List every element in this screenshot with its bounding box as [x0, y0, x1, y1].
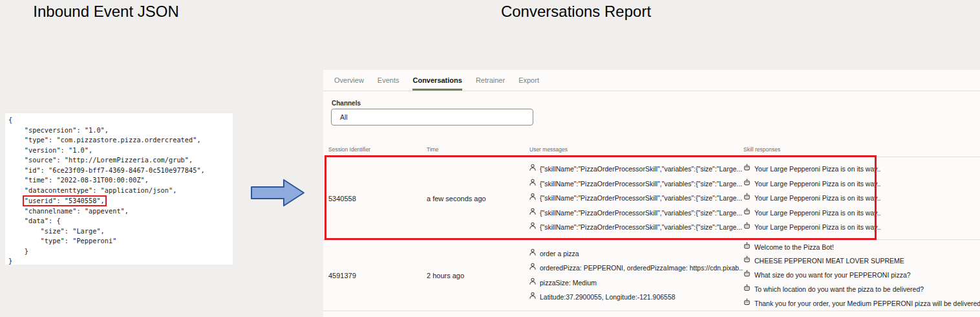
user-icon — [529, 246, 536, 261]
tab-overview[interactable]: Overview — [334, 76, 364, 91]
skill-response-text: To which location do you want the pizza … — [754, 282, 924, 296]
skill-response: To which location do you want the pizza … — [743, 282, 980, 296]
user-icon — [529, 261, 536, 276]
skill-response-text: Your Large Pepperoni Pizza is on its way… — [754, 191, 881, 206]
bot-icon — [743, 220, 751, 235]
skill-response: Your Large Pepperoni Pizza is on its way… — [743, 220, 980, 235]
conversation-row-5340558[interactable]: 5340558a few seconds ago{"skillName":"Pi… — [323, 157, 980, 239]
bot-icon — [743, 177, 751, 191]
user-message: {"skillName":"PizzaOrderProcessorSkill",… — [529, 191, 743, 206]
arrow-right-icon — [251, 179, 305, 207]
bot-icon — [743, 282, 751, 296]
bot-icon — [743, 240, 751, 254]
report-tabs: OverviewEventsConversationsRetrainerExpo… — [323, 70, 980, 91]
user-message-text: {"skillName":"PizzaOrderProcessorSkill",… — [540, 191, 742, 206]
column-header-skill-responses: Skill responses — [743, 146, 980, 153]
user-message-text: order a pizza — [540, 246, 579, 261]
user-message-text: {"skillName":"PizzaOrderProcessorSkill",… — [540, 206, 742, 221]
user-messages-cell: {"skillName":"PizzaOrderProcessorSkill",… — [529, 157, 743, 239]
skill-response-text: Welcome to the Pizza Bot! — [754, 240, 834, 254]
bot-icon — [743, 296, 751, 311]
session-identifier: 4591379 — [323, 240, 427, 311]
skill-response-text: CHEESE PEPPERONI MEAT LOVER SUPREME — [754, 254, 904, 268]
user-icon — [529, 206, 536, 221]
session-time: 2 hours ago — [427, 240, 529, 311]
user-message: orderedPizza: PEPPERONI, orderedPizzaIma… — [529, 261, 743, 276]
user-icon — [529, 276, 536, 290]
table-header-row: Session IdentifierTimeUser messagesSkill… — [323, 142, 980, 157]
user-message: {"skillName":"PizzaOrderProcessorSkill",… — [529, 177, 743, 191]
skill-response: What size do you want for your PEPPERONI… — [743, 268, 980, 283]
table-body: 5340558a few seconds ago{"skillName":"Pi… — [323, 157, 980, 311]
tab-retrainer[interactable]: Retrainer — [476, 76, 505, 91]
channels-selected-value: All — [340, 113, 348, 121]
skill-response: Welcome to the Pizza Bot! — [743, 240, 980, 254]
skill-response-text: What size do you want for your PEPPERONI… — [754, 268, 911, 283]
user-message-text: pizzaSize: Medium — [540, 276, 597, 290]
skill-response: Your Large Pepperoni Pizza is on its way… — [743, 191, 980, 206]
skill-response-text: Your Large Pepperoni Pizza is on its way… — [754, 162, 881, 177]
user-message: {"skillName":"PizzaOrderProcessorSkill",… — [529, 206, 743, 221]
user-message-text: {"skillName":"PizzaOrderProcessorSkill",… — [540, 162, 742, 177]
column-header-session-identifier: Session Identifier — [323, 146, 427, 153]
user-message: {"skillName":"PizzaOrderProcessorSkill",… — [529, 162, 743, 177]
tab-conversations[interactable]: Conversations — [412, 76, 462, 91]
skill-responses-cell: Your Large Pepperoni Pizza is on its way… — [743, 157, 980, 239]
skill-response: Your Large Pepperoni Pizza is on its way… — [743, 177, 980, 191]
json-code: { "specversion": "1.0", "type": "com.piz… — [5, 113, 233, 267]
user-icon — [529, 191, 536, 206]
user-message-text: {"skillName":"PizzaOrderProcessorSkill",… — [540, 220, 742, 235]
left-title: Inbound Event JSON — [33, 3, 178, 21]
user-message-text: {"skillName":"PizzaOrderProcessorSkill",… — [540, 177, 742, 191]
skill-response: CHEESE PEPPERONI MEAT LOVER SUPREME — [743, 254, 980, 268]
userid-highlight-box: "userid": "5340558", — [23, 195, 107, 206]
conversation-row-4591379[interactable]: 45913792 hours agoorder a pizzaorderedPi… — [323, 239, 980, 311]
user-message: {"skillName":"PizzaOrderProcessorSkill",… — [529, 220, 743, 235]
column-header-user-messages: User messages — [529, 146, 743, 153]
skill-response-text: Your Large Pepperoni Pizza is on its way… — [754, 177, 881, 191]
user-message: order a pizza — [529, 246, 743, 261]
bot-icon — [743, 268, 751, 283]
session-identifier: 5340558 — [323, 157, 427, 239]
user-message-text: orderedPizza: PEPPERONI, orderedPizzaIma… — [540, 261, 743, 276]
tab-events[interactable]: Events — [378, 76, 399, 91]
bot-icon — [743, 206, 751, 221]
user-message: pizzaSize: Medium — [529, 276, 743, 290]
user-icon — [529, 162, 536, 177]
skill-response: Thank you for your order, your Medium PE… — [743, 296, 980, 311]
session-time: a few seconds ago — [427, 157, 529, 239]
user-icon — [529, 220, 536, 235]
right-title: Conversations Report — [501, 3, 651, 21]
user-message: Latitude:37.2900055, Longitude:-121.9065… — [529, 290, 743, 305]
channels-label: Channels — [332, 100, 361, 107]
skill-response-text: Your Large Pepperoni Pizza is on its way… — [754, 220, 881, 235]
user-message-text: Latitude:37.2900055, Longitude:-121.9065… — [540, 290, 676, 305]
user-icon — [529, 177, 536, 191]
user-icon — [529, 290, 536, 305]
skill-response-text: Your Large Pepperoni Pizza is on its way… — [754, 206, 881, 221]
bot-icon — [743, 162, 751, 177]
bot-icon — [743, 191, 751, 206]
skill-response: Your Large Pepperoni Pizza is on its way… — [743, 206, 980, 221]
channels-select[interactable]: All — [331, 109, 533, 126]
skill-responses-cell: Welcome to the Pizza Bot!CHEESE PEPPERON… — [743, 240, 980, 311]
skill-response-text: Thank you for your order, your Medium PE… — [754, 296, 980, 311]
column-header-time: Time — [427, 146, 529, 153]
json-panel: { "specversion": "1.0", "type": "com.piz… — [5, 113, 233, 265]
tab-export[interactable]: Export — [518, 76, 539, 91]
user-messages-cell: order a pizzaorderedPizza: PEPPERONI, or… — [529, 240, 743, 311]
conversations-report-panel: OverviewEventsConversationsRetrainerExpo… — [323, 70, 980, 317]
skill-response: Your Large Pepperoni Pizza is on its way… — [743, 162, 980, 177]
bot-icon — [743, 254, 751, 268]
